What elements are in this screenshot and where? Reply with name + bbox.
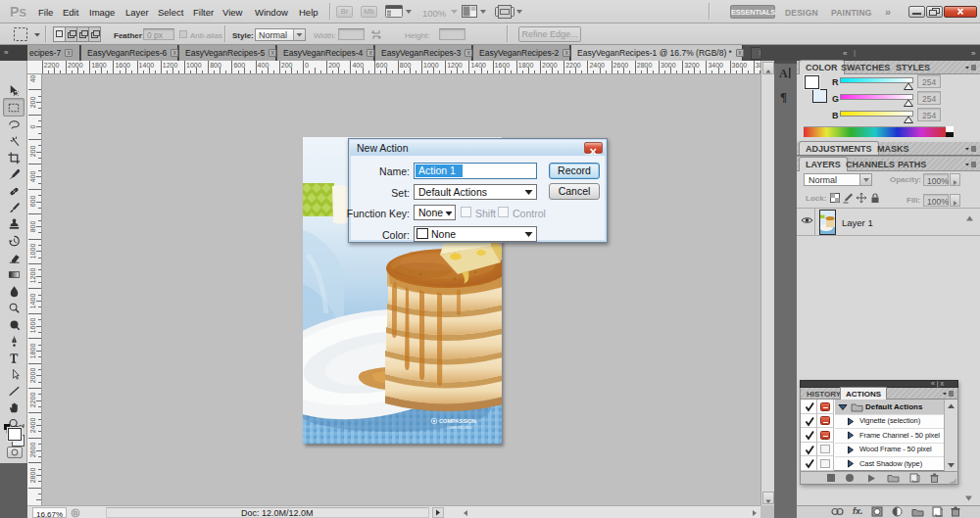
svg-text:OVER KILLING: OVER KILLING [447,426,471,430]
svg-text:COMPASSION: COMPASSION [439,418,476,424]
svg-text:¶: ¶ [780,89,787,103]
svg-text:A: A [779,67,788,80]
